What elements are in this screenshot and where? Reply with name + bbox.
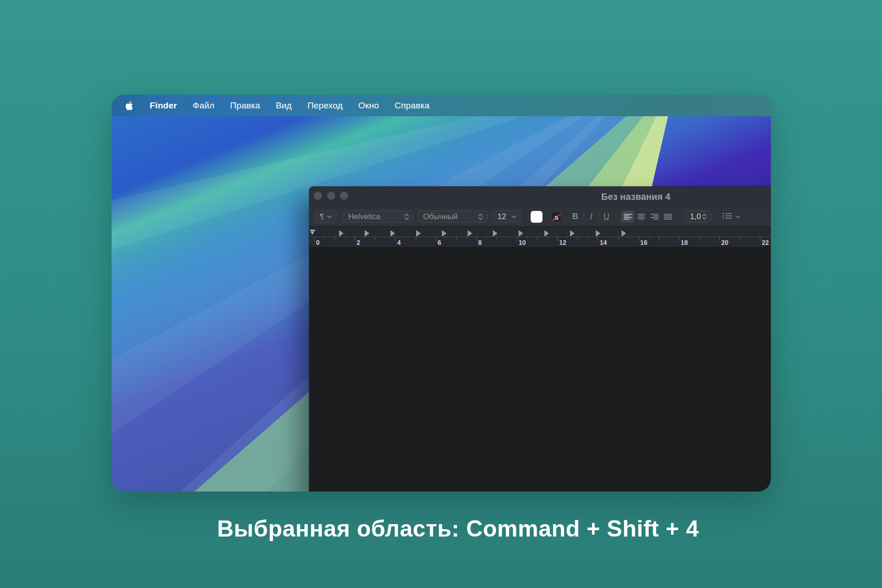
ruler: 0246810121416182022 (309, 227, 771, 248)
pilcrow-icon: ¶ (315, 212, 324, 221)
tab-stop-marker[interactable] (570, 230, 575, 237)
ruler-number: 12 (559, 239, 566, 246)
ruler-tick (456, 237, 457, 240)
ruler-tick (567, 237, 568, 238)
ruler-tick (527, 237, 527, 238)
ruler-number: 6 (438, 239, 441, 246)
italic-button[interactable]: I (586, 210, 596, 223)
alignment-group (621, 210, 674, 223)
ruler-tick (760, 237, 760, 241)
ruler-tick (486, 237, 487, 238)
ruler-line (309, 237, 771, 237)
tab-stop-marker[interactable] (468, 230, 472, 237)
tab-stop-marker[interactable] (493, 230, 498, 237)
align-center-icon (637, 214, 645, 220)
menu-item-window[interactable]: Окно (351, 101, 387, 111)
chevron-down-icon (735, 215, 740, 218)
menu-item-edit[interactable]: Правка (222, 101, 268, 111)
align-center-button[interactable] (634, 210, 648, 223)
ruler-tick (507, 237, 507, 238)
ruler-number: 22 (762, 239, 769, 246)
page-background: FinderФайлПравкаВидПереходОкноСправка Бе… (0, 0, 882, 588)
chevron-down-icon (512, 215, 520, 218)
tab-stop-marker[interactable] (390, 230, 395, 237)
tab-stop-marker[interactable] (596, 230, 600, 237)
ruler-tick (476, 237, 477, 241)
ruler-tick (517, 237, 517, 241)
ruler-tick (334, 237, 335, 240)
menu-item-finder[interactable]: Finder (142, 101, 185, 111)
divider (583, 213, 584, 220)
ruler-tick (750, 237, 750, 238)
document-text-area[interactable] (309, 249, 771, 492)
ruler-tick (446, 237, 447, 238)
divider (599, 213, 599, 220)
bold-button[interactable]: B (570, 210, 580, 223)
align-left-button[interactable] (621, 210, 634, 223)
ruler-tick (405, 237, 406, 238)
ruler-tick (699, 237, 700, 240)
indent-marker[interactable] (310, 230, 315, 236)
paragraph-style-button[interactable]: ¶ (314, 210, 336, 223)
tab-stop-marker[interactable] (339, 230, 344, 237)
tab-stop-marker[interactable] (416, 230, 421, 237)
ruler-number: 14 (599, 239, 607, 246)
ruler-tick (324, 237, 325, 238)
ruler-tick (628, 237, 629, 238)
format-toolbar: ¶ Helvetica Обычный (309, 207, 771, 227)
justify-icon (664, 214, 672, 220)
list-style-button[interactable] (723, 210, 740, 223)
ruler-tick (355, 237, 355, 241)
align-left-icon (624, 214, 632, 220)
line-spacing-value: 1,0 (686, 212, 701, 221)
font-family-select[interactable]: Helvetica (343, 210, 413, 223)
tab-stop-marker[interactable] (519, 230, 523, 237)
text-color-swatch[interactable] (531, 211, 543, 223)
ruler-number: 0 (316, 239, 320, 246)
align-right-icon (650, 214, 659, 220)
ruler-number: 8 (478, 239, 482, 246)
tab-stop-marker[interactable] (622, 230, 626, 237)
tab-stop-marker[interactable] (544, 230, 549, 237)
font-style-select[interactable]: Обычный (418, 210, 487, 223)
ruler-tick (426, 237, 426, 238)
underline-button[interactable]: U (601, 210, 611, 223)
ruler-number: 2 (356, 239, 360, 246)
list-bullets-icon (723, 213, 732, 221)
ruler-tick (537, 237, 537, 240)
ruler-tick (416, 237, 416, 240)
menu-item-view[interactable]: Вид (268, 101, 300, 111)
stepper-updown-icon (702, 213, 711, 220)
highlight-letter: a (554, 213, 558, 221)
font-size-select[interactable]: 12 (492, 210, 521, 223)
ruler-tick (608, 237, 608, 238)
tab-stop-marker[interactable] (365, 230, 369, 237)
ruler-tick (598, 237, 598, 241)
window-title: Без названия 4 (309, 187, 771, 207)
line-spacing-stepper[interactable]: 1,0 (685, 210, 711, 223)
menu-item-go[interactable]: Переход (300, 101, 351, 111)
menu-item-file[interactable]: Файл (185, 101, 222, 111)
ruler-tick (466, 237, 467, 238)
font-family-value: Helvetica (343, 212, 380, 221)
ruler-tick (375, 237, 375, 240)
apple-logo-icon[interactable] (125, 101, 134, 111)
tab-stop-marker[interactable] (442, 230, 447, 237)
ruler-tick (659, 237, 659, 240)
justify-button[interactable] (661, 210, 674, 223)
ruler-tick (740, 237, 740, 240)
desktop-screenshot: FinderФайлПравкаВидПереходОкноСправка Бе… (112, 95, 771, 492)
ruler-tick (618, 237, 619, 240)
menubar: FinderФайлПравкаВидПереходОкноСправка (112, 95, 771, 116)
window-titlebar: Без названия 4 (309, 187, 771, 207)
menu-item-help[interactable]: Справка (387, 101, 437, 111)
ruler-tick (719, 237, 720, 241)
ruler-number: 18 (681, 239, 688, 246)
ruler-tick (649, 237, 649, 238)
align-right-button[interactable] (648, 210, 661, 223)
highlight-color-swatch[interactable]: a (551, 212, 561, 222)
ruler-tick (729, 237, 730, 238)
stepper-updown-icon (404, 213, 413, 220)
ruler-number: 4 (397, 239, 401, 246)
ruler-tick (395, 237, 396, 241)
